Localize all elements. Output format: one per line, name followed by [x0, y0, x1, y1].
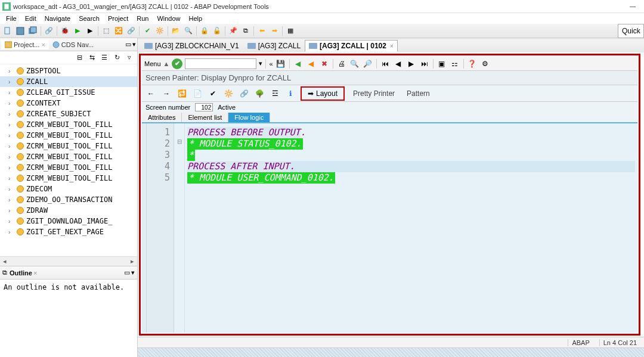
- pattern-button[interactable]: Pattern: [403, 88, 434, 99]
- save-icon[interactable]: 💾: [275, 58, 286, 69]
- dropdown-icon[interactable]: ▾: [259, 60, 262, 67]
- expand-icon[interactable]: ›: [8, 218, 14, 225]
- expand-icon[interactable]: ›: [8, 143, 14, 150]
- project-tree[interactable]: ›ZBSPTOOL›ZCALL›ZCLEAR_GIT_ISSUE›ZCONTEX…: [0, 64, 137, 256]
- run-ext-icon[interactable]: ▶: [85, 26, 95, 36]
- search-icon[interactable]: 🔍: [183, 26, 194, 36]
- close-icon[interactable]: ×: [390, 43, 394, 49]
- find-next-icon[interactable]: 🔎: [363, 58, 373, 69]
- perspective-icon[interactable]: ▦: [285, 26, 296, 36]
- new-session-icon[interactable]: ▣: [436, 58, 447, 69]
- first-page-icon[interactable]: ⏮: [380, 58, 391, 69]
- hierarchy-icon[interactable]: 🌳: [254, 88, 265, 99]
- minimize-button[interactable]: —: [624, 1, 642, 12]
- next-page-icon[interactable]: ▶: [406, 58, 417, 69]
- layout-button[interactable]: ➡ Layout: [301, 86, 345, 101]
- command-field[interactable]: [185, 58, 256, 69]
- expand-icon[interactable]: ›: [8, 229, 14, 235]
- collapse-all-icon[interactable]: ⊟: [74, 52, 85, 63]
- activate-icon[interactable]: 🔆: [223, 88, 234, 99]
- expand-icon[interactable]: ›: [8, 100, 14, 107]
- expand-icon[interactable]: ›: [8, 186, 14, 193]
- tree-item[interactable]: ›ZGIT_DOWNLOAD_IMAGE_: [0, 216, 137, 226]
- exit-icon[interactable]: ◀: [306, 58, 317, 69]
- breakpoint-margin[interactable]: [142, 123, 147, 333]
- code-line[interactable]: * MODULE STATUS_0102.: [187, 138, 635, 150]
- code-line[interactable]: *: [187, 150, 635, 161]
- tree-item[interactable]: ›ZCALL: [0, 76, 137, 87]
- fwd-nav-icon[interactable]: ➡: [269, 26, 280, 36]
- debug-icon[interactable]: 🐞: [60, 26, 70, 36]
- sap-menu-button[interactable]: Menu: [144, 60, 161, 67]
- editor-tab[interactable]: [AG3] ZCALL: [243, 40, 305, 52]
- tree-item[interactable]: ›ZCRM_WEBUI_TOOL_FILL: [0, 151, 137, 162]
- help-icon[interactable]: ❓: [467, 58, 478, 69]
- refresh-icon[interactable]: ↻: [112, 52, 122, 63]
- editor-tab[interactable]: [AG3] ZCALL | 0102×: [305, 40, 398, 52]
- expand-icon[interactable]: ›: [8, 175, 14, 182]
- expand-icon[interactable]: ›: [8, 111, 14, 117]
- tree-item[interactable]: ›ZCRM_WEBUI_TOOL_FILL: [0, 119, 137, 130]
- check-icon[interactable]: ✔: [208, 88, 218, 99]
- expand-icon[interactable]: ›: [8, 132, 14, 139]
- menu-navigate[interactable]: Navigate: [41, 14, 74, 23]
- check-icon[interactable]: ✔: [142, 26, 153, 36]
- menu-project[interactable]: Project: [104, 14, 132, 23]
- menu-search[interactable]: Search: [75, 14, 103, 23]
- menu-run[interactable]: Run: [133, 14, 152, 23]
- code-lines[interactable]: PROCESS BEFORE OUTPUT.* MODULE STATUS_01…: [185, 123, 637, 333]
- tree-item[interactable]: ›ZCRM_WEBUI_TOOL_FILL: [0, 173, 137, 184]
- tab-flow-logic[interactable]: Flow logic: [228, 113, 270, 122]
- new-abap-icon[interactable]: ⬚: [101, 26, 112, 36]
- shortcut-icon[interactable]: ⚏: [450, 58, 460, 69]
- link-icon[interactable]: 🔗: [126, 26, 137, 36]
- code-line[interactable]: PROCESS BEFORE OUTPUT.: [187, 127, 635, 138]
- expand-icon[interactable]: ›: [8, 154, 14, 160]
- fold-column[interactable]: ⊟: [174, 123, 185, 333]
- other-object-icon[interactable]: 📄: [192, 88, 203, 99]
- tree-item[interactable]: ›ZGIT_GET_NEXT_PAGE: [0, 226, 137, 237]
- tree-item[interactable]: ›ZCLEAR_GIT_ISSUE: [0, 87, 137, 98]
- back-nav-icon[interactable]: ⬅: [256, 26, 267, 36]
- find-icon[interactable]: 🔍: [349, 58, 360, 69]
- quick-access-input[interactable]: Quick: [618, 24, 644, 38]
- expand-icon[interactable]: ›: [8, 122, 14, 128]
- new-icon[interactable]: [2, 26, 13, 36]
- expand-icon[interactable]: ›: [8, 197, 14, 203]
- menu-window[interactable]: Window: [153, 14, 184, 23]
- tab-cds-navigator[interactable]: CDS Nav...: [49, 40, 97, 49]
- tree-item[interactable]: ›ZCREATE_SUBJECT: [0, 108, 137, 119]
- tree-item[interactable]: ›ZBSPTOOL: [0, 66, 137, 76]
- print-icon[interactable]: 🖨: [336, 58, 347, 69]
- open-icon[interactable]: 📂: [171, 26, 181, 36]
- lock-icon[interactable]: 🔒: [199, 26, 210, 36]
- object-list-icon[interactable]: ☲: [270, 88, 280, 99]
- cancel-icon[interactable]: ✖: [319, 58, 330, 69]
- minimize-outline-icon[interactable]: ▭: [124, 269, 130, 277]
- expand-icon[interactable]: ›: [8, 68, 14, 74]
- code-editor[interactable]: 12345 ⊟ PROCESS BEFORE OUTPUT.* MODULE S…: [142, 123, 637, 333]
- close-icon[interactable]: ×: [41, 41, 45, 48]
- enter-icon[interactable]: ✔: [172, 58, 182, 69]
- scroll-right-icon[interactable]: ▸: [128, 257, 137, 266]
- expand-icon[interactable]: ›: [8, 207, 14, 214]
- minimize-view-icon[interactable]: ▭: [125, 41, 131, 48]
- pin-icon[interactable]: 📌: [228, 26, 239, 36]
- editor-hscroll[interactable]: [138, 347, 644, 357]
- run-icon[interactable]: ▶: [72, 26, 83, 36]
- copy-icon[interactable]: ⧉: [240, 26, 251, 36]
- save-icon[interactable]: [15, 26, 26, 36]
- tree-item[interactable]: ›ZCRM_WEBUI_TOOL_FILL: [0, 130, 137, 141]
- activate-icon[interactable]: 🔆: [154, 26, 165, 36]
- arrow-right-icon[interactable]: →: [161, 88, 172, 99]
- view-menu-icon[interactable]: ▾: [132, 41, 136, 48]
- chevron-down-icon[interactable]: ▲: [163, 60, 170, 67]
- filter-icon[interactable]: ☰: [99, 52, 110, 63]
- expand-icon[interactable]: ›: [8, 164, 14, 171]
- prev-page-icon[interactable]: ◀: [393, 58, 404, 69]
- tree-item[interactable]: ›ZCONTEXT: [0, 98, 137, 108]
- customize-icon[interactable]: ⚙: [480, 58, 491, 69]
- tree-item[interactable]: ›ZDECOM: [0, 184, 137, 194]
- unlock-icon[interactable]: 🔓: [212, 26, 222, 36]
- expand-icon[interactable]: ›: [8, 79, 14, 85]
